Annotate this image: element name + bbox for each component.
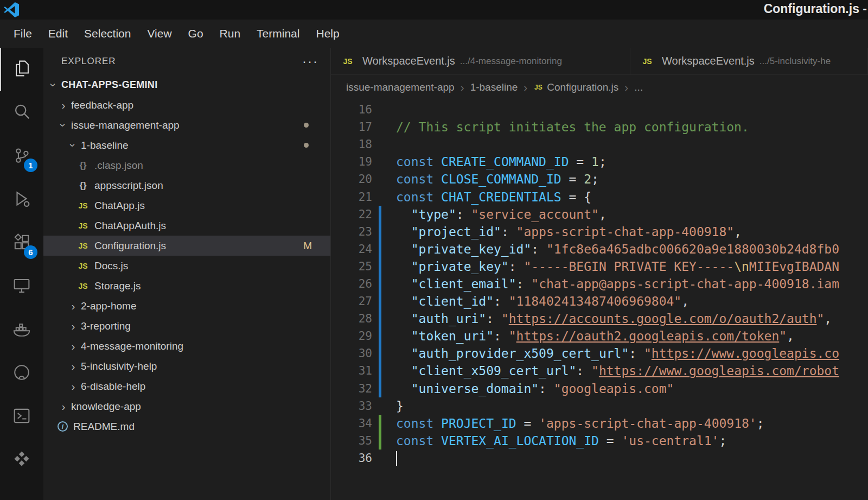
tree-item-5-inclusivity-help[interactable]: ›5-inclusivity-help bbox=[43, 356, 330, 376]
breadcrumb-item-issue-management-app[interactable]: issue-management-app bbox=[346, 81, 455, 93]
menu-file[interactable]: File bbox=[5, 23, 40, 44]
tree-item-chatapp-js[interactable]: JSChatApp.js bbox=[43, 195, 330, 216]
chevron-right-icon: › bbox=[67, 381, 79, 392]
tree-item-readme-md[interactable]: iREADME.md bbox=[43, 416, 330, 436]
line-text: "universe_domain": "googleapis.com" bbox=[381, 382, 674, 396]
line-number: 33 bbox=[331, 400, 372, 413]
chevron-right-icon: › bbox=[67, 320, 79, 332]
tree-item-label: ChatApp.js bbox=[94, 200, 145, 212]
code-line-16[interactable]: 16 bbox=[331, 101, 868, 118]
activity-extensions[interactable]: 6 bbox=[0, 221, 43, 265]
tree-item-chatappauth-js[interactable]: JSChatAppAuth.js bbox=[43, 216, 330, 236]
console-icon bbox=[12, 407, 31, 427]
code-line-34[interactable]: 34const PROJECT_ID = 'apps-script-chat-a… bbox=[331, 415, 868, 432]
code-line-19[interactable]: 19const CREATE_COMMAND_ID = 1; bbox=[331, 153, 868, 170]
activity-search[interactable] bbox=[0, 91, 43, 135]
tab-workspaceevent-js-2[interactable]: JSWorkspaceEvent.js.../5-inclusivity-he bbox=[630, 48, 868, 74]
menu-help[interactable]: Help bbox=[308, 23, 347, 44]
tree-item-label: knowledge-app bbox=[71, 401, 141, 413]
tree-item-chat-apps-gemini[interactable]: ›CHAT-APPS-GEMINI bbox=[43, 75, 330, 95]
activity-explorer[interactable] bbox=[0, 48, 43, 91]
sidebar-header: EXPLORER ··· bbox=[43, 48, 330, 75]
line-number: 24 bbox=[331, 243, 372, 256]
tree-item-2-app-home[interactable]: ›2-app-home bbox=[43, 296, 330, 316]
js-file-icon: JS bbox=[533, 84, 543, 91]
tree-item-label: Docs.js bbox=[94, 260, 128, 272]
line-text: // This script initiates the app configu… bbox=[381, 120, 749, 134]
activity-run-debug[interactable] bbox=[0, 178, 43, 221]
activity-github[interactable] bbox=[0, 352, 43, 395]
vscode-logo-icon bbox=[3, 2, 20, 18]
code-line-29[interactable]: 29 "token_uri": "https://oauth2.googleap… bbox=[331, 327, 868, 345]
tree-item-clasp-json[interactable]: {}.clasp.json bbox=[43, 155, 330, 175]
gutter-marker bbox=[379, 101, 381, 118]
line-number: 18 bbox=[331, 138, 372, 151]
code-line-28[interactable]: 28 "auth_uri": "https://accounts.google.… bbox=[331, 310, 868, 327]
menu-view[interactable]: View bbox=[139, 23, 180, 44]
code-line-20[interactable]: 20const CLOSE_COMMAND_ID = 2; bbox=[331, 170, 868, 188]
text-cursor bbox=[396, 451, 397, 466]
tree-item-knowledge-app[interactable]: ›knowledge-app bbox=[43, 396, 330, 416]
code-line-30[interactable]: 30 "auth_provider_x509_cert_url": "https… bbox=[331, 345, 868, 362]
line-text: "client_id": "118402413487406969804", bbox=[381, 294, 689, 308]
breadcrumb: issue-management-app›1-baseline›JSConfig… bbox=[331, 75, 868, 100]
tree-item-feedback-app[interactable]: ›feedback-app bbox=[43, 95, 330, 115]
activity-azure[interactable] bbox=[0, 439, 43, 482]
code-line-32[interactable]: 32 "universe_domain": "googleapis.com" bbox=[331, 380, 868, 397]
code-line-17[interactable]: 17// This script initiates the app confi… bbox=[331, 118, 868, 136]
code-line-22[interactable]: 22 "type": "service_account", bbox=[331, 206, 868, 223]
activity-source-control[interactable]: 1 bbox=[0, 135, 43, 178]
code-line-26[interactable]: 26 "client_email": "chat-app@apps-script… bbox=[331, 275, 868, 293]
menu-go[interactable]: Go bbox=[180, 23, 212, 44]
breadcrumb-label: issue-management-app bbox=[346, 81, 455, 93]
breadcrumb-item-[interactable]: ... bbox=[634, 81, 643, 93]
activity-remote-explorer[interactable] bbox=[0, 265, 43, 308]
activity-badge: 1 bbox=[24, 159, 37, 172]
code-line-35[interactable]: 35const VERTEX_AI_LOCATION_ID = 'us-cent… bbox=[331, 432, 868, 450]
breadcrumb-item-1-baseline[interactable]: 1-baseline bbox=[470, 81, 518, 93]
tab-workspaceevent-js-1[interactable]: JSWorkspaceEvent.js.../4-message-monitor… bbox=[331, 48, 630, 74]
code-line-33[interactable]: 33} bbox=[331, 397, 868, 415]
tree-item-6-disable-help[interactable]: ›6-disable-help bbox=[43, 376, 330, 396]
tree-item-issue-management-app[interactable]: ›issue-management-app bbox=[43, 115, 330, 135]
code-line-24[interactable]: 24 "private_key_id": "1fc8e6a465adbc0066… bbox=[331, 240, 868, 258]
activity-docker[interactable] bbox=[0, 308, 43, 352]
breadcrumb-item-configuration-js[interactable]: JSConfiguration.js bbox=[533, 81, 618, 93]
menu-run[interactable]: Run bbox=[212, 23, 249, 44]
tree-item-1-baseline[interactable]: ›1-baseline bbox=[43, 135, 330, 155]
line-text bbox=[381, 451, 397, 466]
code-line-23[interactable]: 23 "project_id": "apps-script-chat-app-4… bbox=[331, 223, 868, 240]
line-number: 21 bbox=[331, 191, 372, 204]
code-line-27[interactable]: 27 "client_id": "118402413487406969804", bbox=[331, 293, 868, 310]
code-line-25[interactable]: 25 "private_key": "-----BEGIN PRIVATE KE… bbox=[331, 258, 868, 275]
chevron-down-icon: › bbox=[48, 79, 60, 91]
code-area[interactable]: 1617// This script initiates the app con… bbox=[331, 100, 868, 500]
git-modified-badge: M bbox=[303, 240, 312, 252]
line-number: 36 bbox=[331, 452, 372, 465]
menu-terminal[interactable]: Terminal bbox=[248, 23, 308, 44]
tree-item-appsscript-json[interactable]: {}appsscript.json bbox=[43, 175, 330, 195]
line-number: 19 bbox=[331, 155, 372, 168]
code-line-21[interactable]: 21const CHAT_CREDENTIALS = { bbox=[331, 188, 868, 205]
menu-bar: FileEditSelectionViewGoRunTerminalHelp bbox=[0, 20, 868, 48]
gutter-marker bbox=[379, 136, 381, 153]
tree-item-4-message-monitoring[interactable]: ›4-message-monitoring bbox=[43, 336, 330, 356]
line-text: const PROJECT_ID = 'apps-script-chat-app… bbox=[381, 416, 764, 431]
code-line-18[interactable]: 18 bbox=[331, 136, 868, 153]
tree-item-configuration-js[interactable]: JSConfiguration.jsM bbox=[43, 236, 330, 256]
menu-selection[interactable]: Selection bbox=[76, 23, 139, 44]
line-text: "private_key_id": "1fc8e6a465adbc006620a… bbox=[381, 242, 839, 256]
menu-edit[interactable]: Edit bbox=[40, 23, 76, 44]
breadcrumb-separator-icon: › bbox=[624, 81, 628, 94]
workbench: 16 EXPLORER ··· ›CHAT-APPS-GEMINI›feedba… bbox=[0, 48, 868, 500]
tree-item-storage-js[interactable]: JSStorage.js bbox=[43, 276, 330, 296]
more-actions-icon[interactable]: ··· bbox=[302, 59, 318, 64]
explorer-icon bbox=[13, 59, 31, 80]
code-line-36[interactable]: 36 bbox=[331, 450, 868, 467]
code-line-31[interactable]: 31 "client_x509_cert_url": "https://www.… bbox=[331, 362, 868, 379]
line-number: 34 bbox=[331, 417, 372, 430]
tree-item-docs-js[interactable]: JSDocs.js bbox=[43, 256, 330, 276]
activity-console[interactable] bbox=[0, 395, 43, 439]
line-number: 27 bbox=[331, 295, 372, 308]
tree-item-3-reporting[interactable]: ›3-reporting bbox=[43, 316, 330, 336]
